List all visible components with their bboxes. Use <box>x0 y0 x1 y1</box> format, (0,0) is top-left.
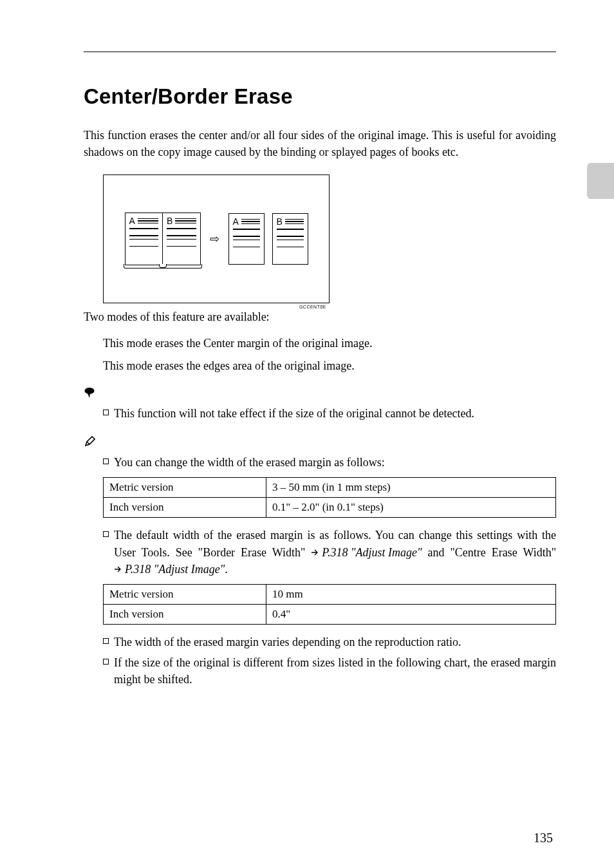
note-text-2: The default width of the erased margin i… <box>114 527 556 577</box>
blank-line <box>129 232 159 233</box>
text-line <box>167 228 196 229</box>
limitation-bullet: This function will not take effect if th… <box>103 405 556 422</box>
ref-text: P.318 "Adjust Image" <box>322 544 422 561</box>
text-line <box>277 229 304 230</box>
note-bullet-4: If the size of the original is different… <box>103 654 556 688</box>
text-line <box>167 239 196 240</box>
text-line <box>167 246 196 247</box>
note-text-4: If the size of the original is different… <box>114 654 556 688</box>
period: . <box>225 563 228 576</box>
text-line <box>129 239 159 240</box>
intro-paragraph: This function erases the center and/or a… <box>84 127 556 160</box>
square-bullet-icon <box>103 410 109 415</box>
note-bullet-1: You can change the width of the erased m… <box>103 454 556 471</box>
note-block: You can change the width of the erased m… <box>84 436 556 688</box>
note-text-1: You can change the width of the erased m… <box>114 454 385 471</box>
width-range-table: Metric version 3 – 50 mm (in 1 mm steps)… <box>103 477 556 518</box>
cross-reference: P.318 "Adjust Image" <box>114 561 225 578</box>
heading-lines-icon <box>285 219 304 225</box>
cell-value: 0.1" – 2.0" (in 0.1" steps) <box>266 498 556 518</box>
table-row: Metric version 3 – 50 mm (in 1 mm steps) <box>104 478 556 498</box>
note-and: and "Centre Erase Width" <box>428 546 556 559</box>
default-width-table: Metric version 10 mm Inch version 0.4" <box>103 584 556 625</box>
text-line <box>167 235 196 236</box>
cell-label: Metric version <box>104 478 266 498</box>
reference-icon <box>114 565 123 573</box>
page: Center/Border Erase This function erases… <box>0 0 614 868</box>
text-line <box>129 235 159 236</box>
blank-line <box>233 243 260 244</box>
page-heading-a: A <box>129 216 159 225</box>
limitation-text: This function will not take effect if th… <box>114 405 474 422</box>
note-bullet-2: The default width of the erased margin i… <box>103 527 556 577</box>
square-bullet-icon <box>103 458 109 464</box>
text-line <box>277 236 304 237</box>
thumb-tab <box>587 163 614 199</box>
ref-text-2: P.318 "Adjust Image" <box>125 561 225 578</box>
blank-line <box>167 242 196 243</box>
modes-intro: Two modes of this feature are available: <box>84 308 556 325</box>
copy-sheet-a: A <box>228 213 265 265</box>
text-line <box>129 246 159 247</box>
blank-line <box>277 243 304 244</box>
book-spine-icon <box>159 264 167 268</box>
book-page-a: A <box>126 213 163 265</box>
limitation-block: This function will not take effect if th… <box>84 387 556 422</box>
page-heading-a: A <box>233 217 260 226</box>
cell-value: 3 – 50 mm (in 1 mm steps) <box>266 478 556 498</box>
svg-line-3 <box>87 442 89 444</box>
square-bullet-icon <box>103 638 109 644</box>
table-row: Inch version 0.1" – 2.0" (in 0.1" steps) <box>104 498 556 518</box>
figure-inner: A B <box>104 175 329 303</box>
square-bullet-icon <box>103 531 109 537</box>
table-row: Metric version 10 mm <box>104 584 556 604</box>
page-heading-b: B <box>167 216 196 225</box>
blank-line <box>129 242 159 243</box>
cell-label: Inch version <box>104 604 266 624</box>
letter-b: B <box>167 216 172 225</box>
mode-border-body: This mode erases the edges area of the o… <box>103 359 556 373</box>
svg-marker-2 <box>86 437 95 446</box>
page-number: 135 <box>534 831 553 845</box>
note-text-3: The width of the erased margin varies de… <box>114 634 461 650</box>
copy-sheet-b: B <box>272 213 308 265</box>
book-original: A B <box>125 212 201 265</box>
cell-label: Metric version <box>104 584 266 604</box>
text-line <box>233 247 260 248</box>
cell-value: 10 mm <box>266 584 556 604</box>
output-sheets: A B <box>228 213 308 265</box>
text-line <box>129 228 159 229</box>
note-icon <box>84 436 95 448</box>
letter-a: A <box>233 217 239 226</box>
cross-reference: P.318 "Adjust Image" <box>311 544 422 561</box>
top-rule <box>84 52 556 52</box>
page-heading-b: B <box>277 217 304 226</box>
arrow-right-icon: ⇨ <box>210 233 219 245</box>
text-line <box>277 240 304 241</box>
letter-a: A <box>129 216 135 225</box>
text-line <box>233 240 260 241</box>
reference-icon <box>311 549 320 556</box>
blank-line <box>233 232 260 234</box>
table-row: Inch version 0.4" <box>104 604 556 624</box>
mode-center-body: This mode erases the Center margin of th… <box>103 337 556 350</box>
heading-lines-icon <box>175 218 196 224</box>
blank-line <box>277 232 304 234</box>
text-line <box>233 236 260 237</box>
text-line <box>233 229 260 230</box>
limitation-icon <box>84 387 95 399</box>
square-bullet-icon <box>103 659 109 665</box>
letter-b: B <box>277 217 283 226</box>
book-page-b: B <box>162 213 200 265</box>
page-title: Center/Border Erase <box>84 84 556 109</box>
figure-box: A B <box>103 175 330 303</box>
cell-label: Inch version <box>104 498 266 518</box>
cell-value: 0.4" <box>266 604 556 624</box>
blank-line <box>167 232 196 233</box>
heading-lines-icon <box>138 218 158 224</box>
text-line <box>277 247 304 248</box>
svg-point-0 <box>85 388 95 394</box>
note-bullet-3: The width of the erased margin varies de… <box>103 634 556 650</box>
heading-lines-icon <box>241 219 260 225</box>
svg-marker-1 <box>88 393 90 398</box>
